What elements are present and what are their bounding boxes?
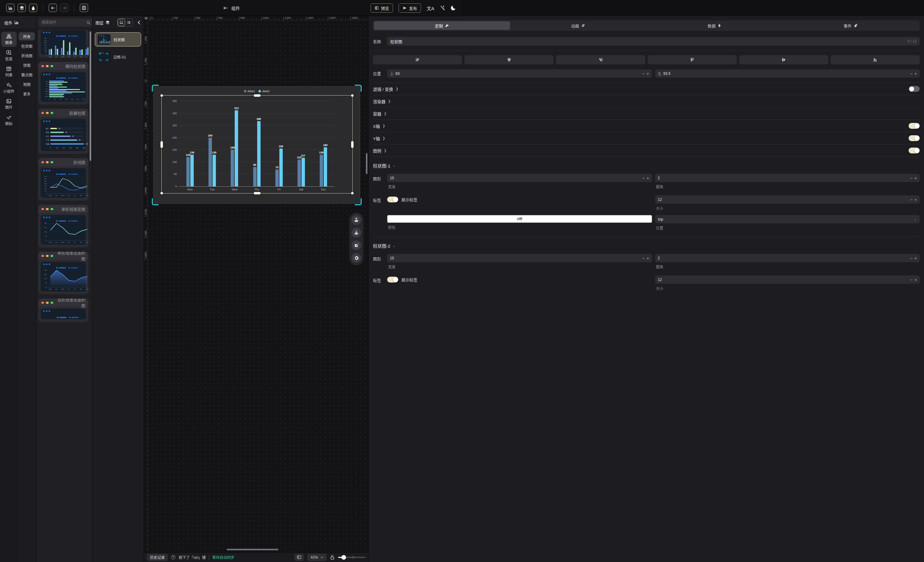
x-axis-row[interactable]: X轴 ❯ bbox=[373, 120, 462, 132]
align-left-button[interactable] bbox=[373, 55, 462, 65]
color-sub-label: 颜色 bbox=[388, 225, 462, 230]
spacer bbox=[373, 215, 387, 230]
svg-text:0: 0 bbox=[46, 193, 47, 194]
layer-thumbnail-view-button[interactable] bbox=[118, 19, 125, 26]
row-label: 滤镜 / 变换 bbox=[373, 86, 393, 92]
width-sub-label: 宽度 bbox=[388, 184, 462, 189]
svg-text:0: 0 bbox=[46, 240, 47, 241]
send-icon bbox=[402, 6, 407, 10]
legend-item-data1[interactable]: data1 bbox=[244, 89, 255, 93]
canvas-vertical-scrollbar[interactable] bbox=[366, 153, 368, 174]
resize-handle-ne[interactable] bbox=[351, 94, 354, 97]
table-icon bbox=[6, 66, 11, 71]
bar1-show-label-toggle[interactable] bbox=[387, 197, 398, 203]
component-card-capsule[interactable]: 胶囊柱图 厦门20南阳40北京60上海80新疆100020406080100 bbox=[38, 109, 88, 154]
rail-item-list[interactable]: 列表 bbox=[1, 65, 16, 79]
arrow-left-icon bbox=[51, 6, 56, 11]
category-bar[interactable]: 柱状图 bbox=[19, 42, 35, 50]
search-icon bbox=[87, 21, 90, 25]
resize-handle-sw[interactable] bbox=[160, 192, 163, 194]
ruler-y-label: 1600 bbox=[144, 252, 147, 258]
dark-mode-moon-icon[interactable] bbox=[451, 5, 456, 11]
component-card-hbar[interactable]: 横向柱状图 MonTueWedThuFriSatSun0501001502002… bbox=[38, 62, 88, 104]
resize-handle-w[interactable] bbox=[160, 141, 163, 148]
component-card-gradient-line[interactable]: 单折线渐变图 050100150200MonTueWedThuFriSatSun bbox=[38, 205, 88, 247]
red-dot-icon bbox=[41, 65, 44, 67]
components-scrollbar[interactable] bbox=[90, 32, 91, 161]
rail-item-info[interactable]: 信息 bbox=[1, 48, 16, 63]
import-button[interactable] bbox=[351, 228, 361, 237]
bar2-show-label-toggle[interactable] bbox=[387, 277, 398, 281]
inspector-panel: 定制 动画 数据 事件 名称 柱状图 3 / 12 bbox=[368, 16, 462, 281]
resize-handle-n[interactable] bbox=[254, 94, 261, 97]
redo-button[interactable] bbox=[60, 4, 68, 12]
resize-handle-nw[interactable] bbox=[160, 94, 163, 97]
chart-legend[interactable]: data1data2 bbox=[244, 89, 270, 93]
category-scatter[interactable]: 散点图 bbox=[19, 71, 35, 78]
bar1-width-stepper[interactable]: 15 − + bbox=[387, 174, 462, 182]
svg-text:150: 150 bbox=[44, 227, 47, 228]
layer-item-border[interactable]: 边框-01 bbox=[95, 50, 141, 64]
category-more[interactable]: 更多 bbox=[19, 90, 35, 98]
bar2-width-stepper[interactable]: 15 − + bbox=[387, 254, 462, 262]
bar1-section-header[interactable]: 柱状图-1 ⌄ bbox=[373, 162, 462, 169]
container-row[interactable]: 容器 ❯ bbox=[373, 108, 462, 120]
layer-list-view-button[interactable] bbox=[125, 19, 132, 26]
rail-item-label: 图标 bbox=[5, 121, 13, 126]
resize-handle-e[interactable] bbox=[351, 141, 354, 148]
legend-item-data2[interactable]: data2 bbox=[259, 89, 270, 93]
selection-box[interactable] bbox=[161, 95, 352, 194]
resize-handle-se[interactable] bbox=[351, 192, 354, 194]
bar1-label-color-input[interactable]: #fff bbox=[387, 215, 462, 223]
renderer-row[interactable]: 渲染器 ❯ bbox=[373, 95, 462, 108]
translate-icon[interactable]: 文A bbox=[427, 5, 434, 11]
layer-item-bar-chart[interactable]: 柱状图 bbox=[95, 32, 141, 47]
red-dot-icon bbox=[41, 112, 44, 114]
edit-button[interactable] bbox=[351, 240, 361, 250]
y-axis-row[interactable]: Y轴 ❯ bbox=[373, 132, 462, 144]
component-card-bar[interactable]: 050100150200250300350MonTueWedThuFriSatS… bbox=[38, 30, 88, 58]
legend-row[interactable]: 图例 ❯ bbox=[373, 144, 462, 157]
category-line[interactable]: 折线图 bbox=[19, 51, 35, 60]
design-canvas[interactable]: 020040060080010001200140016001800 -400-2… bbox=[144, 16, 368, 281]
svg-text:100: 100 bbox=[86, 143, 88, 145]
eye-icon[interactable] bbox=[144, 17, 148, 20]
rail-item-images[interactable]: 图片 bbox=[1, 97, 16, 111]
ruler-y-label: 600 bbox=[144, 144, 147, 149]
position-top-prefix: 上 bbox=[390, 71, 394, 76]
svg-text:40: 40 bbox=[63, 147, 64, 149]
resize-handle-s[interactable] bbox=[254, 192, 261, 194]
save-button[interactable] bbox=[80, 4, 88, 12]
magic-wand-icon[interactable] bbox=[440, 5, 446, 11]
left-sidebar: 组件 图表 信息 列表 bbox=[0, 16, 36, 281]
svg-text:Mon: Mon bbox=[49, 242, 52, 243]
svg-text:Tue: Tue bbox=[46, 93, 48, 95]
layers-panel-button[interactable] bbox=[18, 4, 26, 12]
position-top-stepper[interactable]: 上 83 − + bbox=[387, 69, 462, 78]
settings-gear-icon[interactable] bbox=[351, 253, 361, 263]
component-card-gradient-area[interactable]: 单折线渐变面积图 050100150200MonTueWedThuFriSatS… bbox=[38, 252, 88, 281]
component-card-line[interactable]: 折线图 050100150200250300350MonTueWedThuFri… bbox=[38, 158, 88, 201]
preview-button[interactable]: 预览 bbox=[370, 3, 393, 13]
rail-item-icons[interactable]: 图标 bbox=[1, 113, 16, 128]
publish-button[interactable]: 发布 bbox=[399, 3, 421, 13]
ruler-y-label: 800 bbox=[144, 166, 147, 170]
chart-panel-button[interactable] bbox=[6, 4, 15, 12]
category-pie[interactable]: 饼图 bbox=[19, 61, 35, 69]
rail-item-label: 列表 bbox=[5, 72, 13, 77]
name-input[interactable]: 柱状图 3 / 12 bbox=[387, 37, 462, 46]
filter-transform-row[interactable]: 滤镜 / 变换 ❯ bbox=[373, 83, 462, 95]
svg-text:Thu: Thu bbox=[68, 195, 70, 196]
category-map[interactable]: 地图 bbox=[19, 80, 35, 88]
collapse-panel-chevron-icon[interactable] bbox=[137, 20, 141, 25]
export-button[interactable] bbox=[351, 215, 361, 225]
category-all[interactable]: 所有 bbox=[19, 32, 35, 41]
undo-button[interactable] bbox=[49, 4, 57, 12]
search-input[interactable] bbox=[39, 18, 92, 27]
label-label: 标签 bbox=[373, 195, 387, 211]
rail-item-widgets[interactable]: 小组件 bbox=[1, 80, 16, 96]
tab-customize[interactable]: 定制 bbox=[374, 21, 462, 30]
rail-item-charts[interactable]: 图表 bbox=[1, 32, 16, 47]
theme-color-button[interactable] bbox=[29, 4, 37, 12]
bar2-section-header[interactable]: 柱状图-2 ⌄ bbox=[373, 242, 462, 249]
